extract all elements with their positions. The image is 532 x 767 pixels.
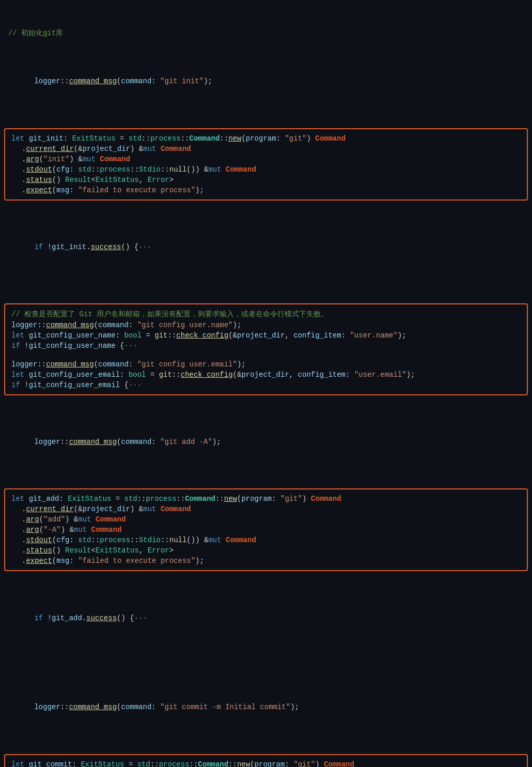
git-add-box: let git_add: ExitStatus = std::process::… [4, 488, 528, 571]
code-container: // 初始化git库 logger::command_msg(command: … [0, 0, 532, 767]
logger-commit-line: logger::command_msg(command: "git commit… [8, 689, 524, 726]
git-init-line6: .expect(msg: "failed to execute process"… [22, 185, 521, 195]
config-user-name: let git_config_user_name: bool = git::ch… [11, 330, 521, 341]
git-init-line1: let git_init: ExitStatus = std::process:… [11, 133, 521, 144]
config-logger-email: logger::command_msg(command: "git config… [11, 359, 521, 370]
git-add-line1: let git_add: ExitStatus = std::process::… [11, 494, 521, 504]
if-git-init-section: if !git_init.success() {··· [0, 203, 532, 292]
git-add-line2: .current_dir(&project_dir) &mut Command [22, 504, 521, 514]
if-git-add-line: if !git_add.success() {··· [8, 600, 524, 636]
config-user-email: let git_config_user_email: bool = git::c… [11, 370, 521, 380]
git-add-line6: .status() Result<ExitStatus, Error> [22, 545, 521, 556]
logger-add-section: logger::command_msg(command: "git add -A… [0, 397, 532, 487]
git-add-line5: .stdout(cfg: std::process::Stdio::null()… [22, 535, 521, 545]
git-add-line7: .expect(msg: "failed to execute process"… [22, 556, 521, 566]
git-config-box: // 检查是否配置了 Git 用户名和邮箱，如果没有配置，则要求输入，或者在命令… [4, 303, 528, 395]
if-config-name: if !git_config_user_name {··· [11, 341, 521, 351]
git-init-line2: .current_dir(&project_dir) &mut Command [22, 144, 521, 154]
if-config-email: if !git_config_user_email {··· [11, 380, 521, 390]
blank-line [11, 351, 521, 359]
git-add-line3: .arg("add") &mut Command [22, 514, 521, 525]
if-git-add-section: if !git_add.success() {··· [0, 573, 532, 663]
logger-init-line: logger::command_msg(command: "git init")… [8, 63, 524, 100]
if-git-init-line: if !git_init.success() {··· [8, 229, 524, 266]
spacer1 [0, 292, 532, 301]
git-init-line5: .status() Result<ExitStatus, Error> [22, 175, 521, 185]
git-commit-line1: let git_commit: ExitStatus = std::proces… [11, 759, 521, 767]
git-init-line3: .arg("init") &mut Command [22, 154, 521, 164]
logger-commit-section: logger::command_msg(command: "git commit… [0, 663, 532, 752]
logger-add-line: logger::command_msg(command: "git add -A… [8, 423, 524, 460]
git-commit-box: let git_commit: ExitStatus = std::proces… [4, 754, 528, 767]
git-init-box: let git_init: ExitStatus = std::process:… [4, 128, 528, 201]
git-add-line4: .arg("-A") &mut Command [22, 525, 521, 535]
git-init-line4: .stdout(cfg: std::process::Stdio::null()… [22, 164, 521, 175]
config-comment: // 检查是否配置了 Git 用户名和邮箱，如果没有配置，则要求输入，或者在命令… [11, 309, 521, 320]
config-logger-name: logger::command_msg(command: "git config… [11, 320, 521, 330]
comment-line: // 初始化git库 [8, 26, 524, 40]
top-section: // 初始化git库 logger::command_msg(command: … [0, 0, 532, 126]
